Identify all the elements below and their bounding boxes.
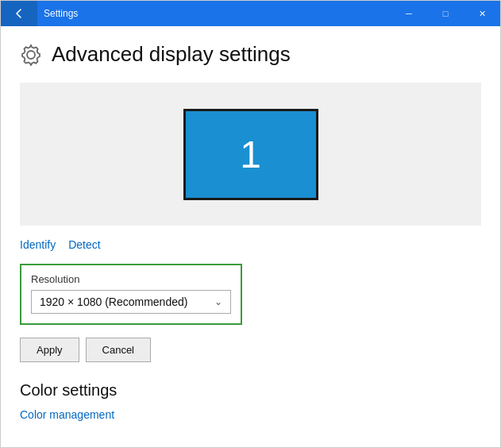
window-title: Settings: [44, 8, 78, 19]
maximize-button[interactable]: □: [427, 1, 464, 26]
gear-icon: [20, 44, 42, 66]
color-settings-heading: Color settings: [20, 381, 481, 400]
action-buttons: Apply Cancel: [20, 338, 481, 362]
color-management-link[interactable]: Color management: [20, 408, 114, 421]
detect-button[interactable]: Detect: [68, 238, 100, 251]
display-preview: 1: [20, 83, 481, 226]
resolution-dropdown[interactable]: 1920 × 1080 (Recommended) ⌄: [31, 290, 231, 314]
identify-button[interactable]: Identify: [20, 238, 56, 251]
page-title: Advanced display settings: [52, 42, 291, 67]
monitor-display: 1: [183, 109, 318, 200]
resolution-section: Resolution 1920 × 1080 (Recommended) ⌄: [20, 264, 242, 325]
resolution-label: Resolution: [31, 273, 231, 285]
monitor-number: 1: [240, 133, 261, 176]
minimize-button[interactable]: ─: [391, 1, 427, 26]
apply-button[interactable]: Apply: [20, 338, 79, 362]
close-button[interactable]: ✕: [464, 1, 500, 26]
settings-window: Settings ─ □ ✕ Advanced display settings…: [0, 0, 501, 448]
title-bar: Settings ─ □ ✕: [1, 1, 500, 26]
cancel-button[interactable]: Cancel: [86, 338, 151, 362]
chevron-down-icon: ⌄: [214, 296, 222, 307]
window-controls: ─ □ ✕: [391, 1, 500, 26]
title-bar-left: Settings: [1, 1, 78, 26]
display-links: Identify Detect: [20, 238, 481, 251]
back-button[interactable]: [1, 1, 37, 26]
content-area: Advanced display settings 1 Identify Det…: [1, 26, 500, 447]
resolution-value: 1920 × 1080 (Recommended): [40, 295, 187, 308]
page-header: Advanced display settings: [20, 42, 481, 67]
